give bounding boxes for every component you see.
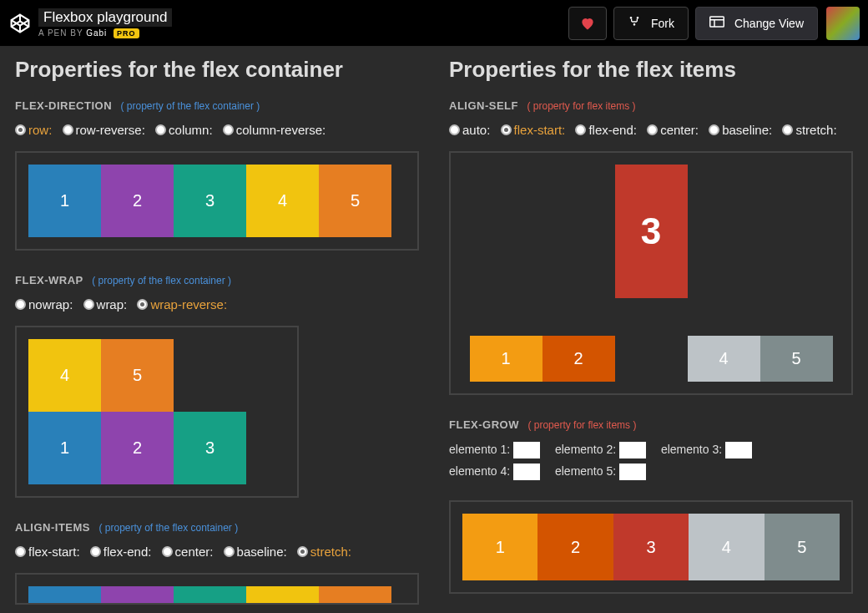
demo-item: 5 bbox=[765, 514, 840, 580]
opt-column[interactable]: column: bbox=[155, 123, 213, 137]
fork-button[interactable]: Fork bbox=[613, 7, 689, 40]
flex-grow-note: ( property for flex items ) bbox=[527, 419, 636, 431]
demo-item: 4 bbox=[689, 514, 764, 580]
flex-direction-label: flex-direction bbox=[15, 99, 112, 112]
demo-item: 2 bbox=[542, 336, 615, 382]
opt-wrap-reverse[interactable]: wrap-reverse: bbox=[137, 297, 227, 312]
demo-item bbox=[174, 586, 246, 603]
demo-item: 1 bbox=[28, 412, 101, 484]
align-self-note: ( property for flex items ) bbox=[527, 100, 635, 112]
content-area: Properties for the flex container flex-d… bbox=[0, 47, 868, 613]
demo-item: 5 bbox=[101, 339, 174, 412]
demo-item: 5 bbox=[319, 165, 391, 237]
right-heading: Properties for the flex items bbox=[449, 57, 853, 83]
demo-item: 5 bbox=[760, 336, 833, 382]
pen-title[interactable]: Flexbox playground bbox=[38, 8, 172, 27]
demo-item: 3 bbox=[174, 412, 246, 484]
align-self-section: align-self ( property for flex items ) a… bbox=[449, 98, 853, 395]
opt-wrap[interactable]: wrap: bbox=[83, 297, 128, 312]
change-view-icon bbox=[709, 16, 729, 30]
demo-item: 1 bbox=[462, 514, 537, 580]
grow-input-label: elemento 5: bbox=[555, 464, 616, 478]
demo-item: 4 bbox=[28, 339, 101, 412]
opt-as-flex-start[interactable]: flex-start: bbox=[501, 123, 566, 137]
flex-wrap-demo: 1 2 3 4 5 bbox=[15, 326, 299, 498]
demo-item bbox=[319, 586, 391, 603]
love-button[interactable] bbox=[568, 7, 607, 40]
demo-item bbox=[101, 586, 174, 603]
opt-ai-stretch[interactable]: stretch: bbox=[297, 545, 351, 559]
grow-input-label: elemento 4: bbox=[449, 464, 510, 478]
demo-item: 2 bbox=[101, 412, 174, 484]
pro-badge: PRO bbox=[114, 28, 139, 38]
demo-item: 4 bbox=[246, 165, 319, 237]
left-column: Properties for the flex container flex-d… bbox=[0, 47, 434, 613]
demo-item: 3 bbox=[613, 514, 689, 580]
svg-rect-3 bbox=[710, 17, 724, 27]
flex-grow-label: flex-grow bbox=[449, 418, 519, 431]
grow-input-label: elemento 2: bbox=[555, 443, 616, 456]
demo-item: 2 bbox=[537, 514, 613, 580]
align-self-demo: 1 2 3 4 5 bbox=[449, 151, 853, 395]
flex-wrap-note: ( property of the flex container ) bbox=[92, 275, 231, 286]
codepen-logo-icon bbox=[8, 12, 32, 35]
fork-icon bbox=[628, 15, 646, 31]
pen-byline: A PEN BY Gabi PRO bbox=[38, 28, 172, 38]
align-items-demo bbox=[15, 573, 419, 605]
change-view-button[interactable]: Change View bbox=[695, 7, 818, 40]
fork-label: Fork bbox=[651, 17, 674, 30]
top-bar: Flexbox playground A PEN BY Gabi PRO For… bbox=[0, 0, 868, 47]
flex-grow-inputs: elemento 1: elemento 2: elemento 3: elem… bbox=[449, 442, 853, 485]
opt-row[interactable]: row: bbox=[15, 123, 52, 137]
opt-column-reverse[interactable]: column-reverse: bbox=[223, 123, 326, 137]
flex-direction-demo: 1 2 3 4 5 bbox=[15, 151, 419, 251]
demo-item-highlighted: 3 bbox=[615, 165, 688, 298]
opt-ai-flex-end[interactable]: flex-end: bbox=[90, 545, 152, 559]
grow-input-1[interactable] bbox=[513, 442, 540, 458]
opt-nowrap[interactable]: nowrap: bbox=[15, 297, 73, 312]
grow-input-label: elemento 3: bbox=[661, 443, 722, 456]
align-items-label: align-items bbox=[15, 521, 90, 534]
flex-wrap-options: nowrap: wrap: wrap-reverse: bbox=[15, 297, 419, 312]
align-items-note: ( property of the flex container ) bbox=[98, 522, 238, 534]
opt-as-auto[interactable]: auto: bbox=[449, 123, 490, 137]
left-heading: Properties for the flex container bbox=[15, 57, 419, 83]
opt-as-center[interactable]: center: bbox=[647, 123, 699, 137]
demo-item: 1 bbox=[470, 336, 542, 382]
align-items-section: align-items ( property of the flex conta… bbox=[15, 519, 419, 605]
opt-row-reverse[interactable]: row-reverse: bbox=[63, 123, 145, 137]
align-items-options: flex-start: flex-end: center: baseline: … bbox=[15, 545, 419, 560]
grow-input-5[interactable] bbox=[619, 464, 646, 480]
flex-wrap-label: flex-wrap bbox=[15, 274, 83, 286]
opt-ai-center[interactable]: center: bbox=[162, 545, 214, 559]
user-avatar[interactable] bbox=[826, 7, 860, 40]
flex-wrap-section: flex-wrap ( property of the flex contain… bbox=[15, 272, 419, 498]
opt-as-flex-end[interactable]: flex-end: bbox=[575, 123, 637, 137]
pen-author[interactable]: Gabi bbox=[86, 28, 107, 38]
flex-grow-section: flex-grow ( property for flex items ) el… bbox=[449, 417, 853, 594]
change-view-label: Change View bbox=[734, 17, 804, 30]
demo-item: 3 bbox=[174, 165, 246, 237]
opt-ai-flex-start[interactable]: flex-start: bbox=[15, 545, 80, 559]
demo-item: 4 bbox=[688, 336, 760, 382]
demo-item: 1 bbox=[28, 165, 101, 237]
grow-input-label: elemento 1: bbox=[449, 443, 510, 456]
grow-input-4[interactable] bbox=[513, 464, 540, 480]
align-self-label: align-self bbox=[449, 99, 518, 112]
byline-prefix: A PEN BY bbox=[38, 28, 83, 38]
opt-ai-baseline[interactable]: baseline: bbox=[224, 545, 287, 559]
grow-input-2[interactable] bbox=[619, 442, 646, 458]
demo-item bbox=[246, 586, 319, 603]
flex-direction-options: row: row-reverse: column: column-reverse… bbox=[15, 123, 419, 138]
flex-grow-demo: 1 2 3 4 5 bbox=[449, 500, 853, 594]
demo-item bbox=[28, 586, 101, 603]
demo-item: 2 bbox=[101, 165, 174, 237]
right-column: Properties for the flex items align-self… bbox=[434, 47, 868, 613]
pen-title-area: Flexbox playground A PEN BY Gabi PRO bbox=[38, 8, 172, 38]
grow-input-3[interactable] bbox=[725, 442, 752, 458]
opt-as-stretch[interactable]: stretch: bbox=[782, 123, 836, 137]
flex-direction-note: ( property of the flex container ) bbox=[121, 100, 260, 112]
flex-direction-section: flex-direction ( property of the flex co… bbox=[15, 98, 419, 251]
opt-as-baseline[interactable]: baseline: bbox=[709, 123, 772, 137]
align-self-options: auto: flex-start: flex-end: center: base… bbox=[449, 123, 853, 138]
